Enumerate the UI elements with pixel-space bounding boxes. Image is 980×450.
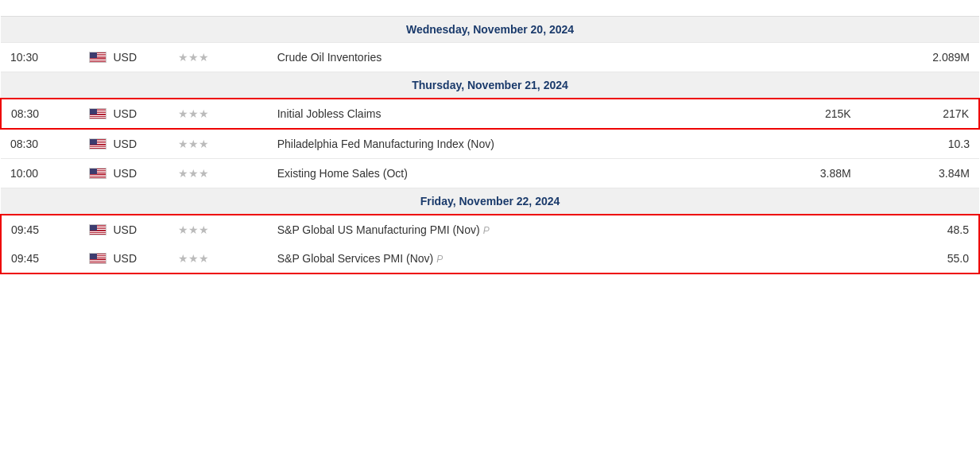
event-forecast	[712, 215, 861, 244]
star-icon: ★	[188, 223, 199, 236]
event-actual	[614, 43, 712, 72]
flag-icon	[89, 138, 107, 149]
event-forecast	[712, 244, 861, 273]
event-previous: 217K	[861, 99, 979, 129]
event-previous: 3.84M	[861, 159, 979, 188]
event-previous: 10.3	[861, 129, 979, 159]
star-icon: ★	[188, 51, 199, 64]
star-icon: ★	[178, 138, 188, 150]
event-importance: ★★★	[168, 244, 267, 273]
flag-icon	[89, 224, 107, 235]
header-importance	[168, 0, 267, 17]
flag-icon	[89, 108, 107, 119]
flag-icon	[89, 52, 107, 63]
event-actual	[614, 129, 712, 159]
table-row: 10:00USD★★★Existing Home Sales (Oct)3.88…	[1, 159, 979, 188]
flag-icon	[89, 168, 107, 179]
star-icon: ★	[178, 51, 188, 64]
table-row: 10:30USD★★★Crude Oil Inventories2.089M	[1, 43, 979, 72]
event-forecast: 215K	[712, 99, 861, 129]
section-header: Friday, November 22, 2024	[1, 188, 979, 215]
prelim-label: P	[483, 225, 490, 236]
table-row: 08:30USD★★★Initial Jobless Claims215K217…	[1, 99, 979, 129]
star-icon: ★	[178, 167, 188, 180]
event-name[interactable]: Existing Home Sales (Oct)	[268, 159, 614, 188]
event-currency: USD	[79, 43, 168, 72]
star-icon: ★	[188, 107, 199, 120]
header-previous	[861, 0, 979, 17]
star-icon: ★	[199, 167, 209, 180]
event-name[interactable]: Initial Jobless Claims	[268, 99, 614, 129]
event-currency: USD	[79, 99, 168, 129]
star-icon: ★	[199, 252, 209, 265]
event-currency: USD	[79, 215, 168, 244]
event-importance: ★★★	[168, 215, 267, 244]
event-importance: ★★★	[168, 43, 267, 72]
event-importance: ★★★	[168, 99, 267, 129]
event-name[interactable]: S&P Global US Manufacturing PMI (Nov)P	[268, 215, 614, 244]
star-icon: ★	[188, 252, 199, 265]
star-icon: ★	[199, 107, 209, 120]
section-header: Wednesday, November 20, 2024	[1, 17, 979, 43]
header-currency	[79, 0, 168, 17]
star-icon: ★	[188, 138, 199, 150]
star-icon: ★	[199, 51, 209, 64]
event-previous: 48.5	[861, 215, 979, 244]
star-icon: ★	[178, 107, 188, 120]
event-time: 09:45	[1, 215, 79, 244]
star-icon: ★	[188, 167, 199, 180]
event-currency: USD	[79, 129, 168, 159]
event-importance: ★★★	[168, 129, 267, 159]
header-actual	[614, 0, 712, 17]
event-previous: 55.0	[861, 244, 979, 273]
event-actual	[614, 215, 712, 244]
event-actual	[614, 99, 712, 129]
event-previous: 2.089M	[861, 43, 979, 72]
star-icon: ★	[199, 138, 209, 150]
flag-icon	[89, 253, 107, 264]
header-forecast	[712, 0, 861, 17]
section-header: Thursday, November 21, 2024	[1, 72, 979, 99]
table-row: 08:30USD★★★Philadelphia Fed Manufacturin…	[1, 129, 979, 159]
table-row: 09:45USD★★★S&P Global US Manufacturing P…	[1, 215, 979, 244]
event-time: 09:45	[1, 244, 79, 273]
star-icon: ★	[178, 252, 188, 265]
event-time: 08:30	[1, 129, 79, 159]
event-time: 10:00	[1, 159, 79, 188]
star-icon: ★	[199, 223, 209, 236]
table-row: 09:45USD★★★S&P Global Services PMI (Nov)…	[1, 244, 979, 273]
event-name[interactable]: Philadelphia Fed Manufacturing Index (No…	[268, 129, 614, 159]
event-actual	[614, 159, 712, 188]
event-forecast: 3.88M	[712, 159, 861, 188]
event-time: 10:30	[1, 43, 79, 72]
event-importance: ★★★	[168, 159, 267, 188]
header-event	[268, 0, 614, 17]
event-name[interactable]: Crude Oil Inventories	[268, 43, 614, 72]
prelim-label: P	[436, 254, 443, 265]
event-currency: USD	[79, 244, 168, 273]
star-icon: ★	[178, 223, 188, 236]
event-forecast	[712, 43, 861, 72]
header-time	[1, 0, 79, 17]
event-name[interactable]: S&P Global Services PMI (Nov)P	[268, 244, 614, 273]
event-time: 08:30	[1, 99, 79, 129]
event-forecast	[712, 129, 861, 159]
event-actual	[614, 244, 712, 273]
event-currency: USD	[79, 159, 168, 188]
